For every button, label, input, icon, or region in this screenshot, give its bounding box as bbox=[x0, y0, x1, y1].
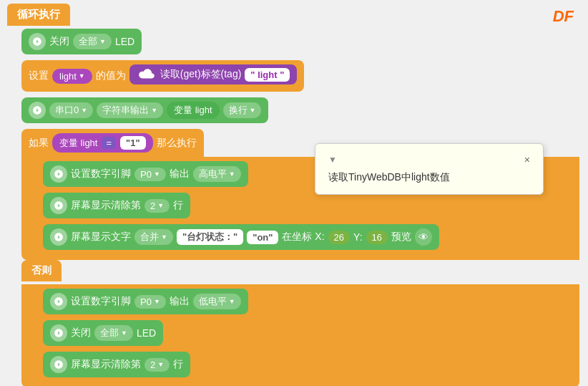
row-text-2: 行 bbox=[173, 358, 183, 371]
p0-dropdown-2[interactable]: P0 bbox=[134, 295, 166, 309]
lamp-state-string: "台灯状态：" bbox=[177, 229, 243, 245]
set-middle: 的值为 bbox=[96, 69, 126, 82]
inner2-icon bbox=[50, 197, 67, 214]
else1-icon bbox=[50, 293, 67, 310]
block1-icon bbox=[29, 33, 46, 50]
else2-icon bbox=[50, 324, 67, 342]
light-var-dropdown[interactable]: light bbox=[52, 69, 92, 84]
preview-text: 预览 bbox=[391, 231, 411, 243]
x-coord: 26 bbox=[328, 231, 350, 244]
block-close-led-2: 关闭 全部 LED bbox=[43, 320, 163, 346]
inner1-icon bbox=[50, 165, 67, 183]
row-text-1: 行 bbox=[173, 199, 183, 212]
screen-clear-text-2: 屏幕显示清除第 bbox=[71, 358, 141, 371]
loop-body: 关闭 全部 LED 设置 light 的值为 bbox=[7, 29, 579, 386]
tooltip-header: ▼ × bbox=[328, 154, 530, 165]
equals-sign: = bbox=[102, 137, 116, 149]
tooltip-box: ▼ × 读取TinyWebDB中light数值 bbox=[315, 143, 544, 195]
close-text: 关闭 bbox=[49, 35, 69, 48]
p0-dropdown-1[interactable]: P0 bbox=[134, 168, 166, 181]
main-container: DF 循环执行 关闭 全部 LED 设置 light bbox=[0, 0, 588, 386]
block-serial: 串口0 字符串输出 变量 light 换行 bbox=[21, 97, 268, 123]
at-coord-text: 在坐标 X: bbox=[282, 231, 324, 243]
y-label: Y: bbox=[353, 231, 362, 243]
if-text: 如果 bbox=[29, 137, 49, 150]
else-label: 否则 bbox=[21, 260, 62, 281]
else3-row: 屏幕显示清除第 2 行 bbox=[43, 352, 575, 380]
low-level-dropdown[interactable]: 低电平 bbox=[193, 294, 241, 309]
block-set-pin-high: 设置数字引脚 P0 输出 高电平 bbox=[43, 161, 248, 187]
all-dropdown-2[interactable]: 全部 bbox=[94, 325, 133, 341]
else-section: 否则 设置数字引脚 P0 输出 低电平 bbox=[21, 260, 579, 386]
inner2-row: 屏幕显示清除第 2 行 bbox=[43, 193, 575, 221]
inner3-icon bbox=[50, 228, 67, 246]
condition-pill: 变量 light = "1" bbox=[52, 133, 153, 153]
else1-row: 设置数字引脚 P0 输出 低电平 bbox=[43, 289, 575, 317]
tooltip-close-button[interactable]: × bbox=[524, 154, 530, 165]
set-prefix: 设置 bbox=[29, 69, 49, 82]
else2-row: 关闭 全部 LED bbox=[43, 320, 575, 349]
on-string: "on" bbox=[247, 231, 278, 244]
concat-dropdown[interactable]: 合并 bbox=[134, 229, 173, 245]
high-level-dropdown[interactable]: 高电平 bbox=[193, 166, 241, 182]
screen-clear-text-1: 屏幕显示清除第 bbox=[71, 199, 141, 212]
y-coord: 16 bbox=[366, 231, 388, 244]
output-text-1: 输出 bbox=[170, 168, 190, 180]
string-output-dropdown[interactable]: 字符串输出 bbox=[97, 102, 163, 118]
block-close-led: 关闭 全部 LED bbox=[21, 29, 142, 54]
led-text: LED bbox=[115, 36, 134, 47]
var-light-label: 变量 light bbox=[59, 137, 97, 150]
block3-row: 串口0 字符串输出 变量 light 换行 bbox=[21, 97, 579, 126]
block-set-value: 设置 light 的值为 读取(get)标签(tag) " light " bbox=[21, 60, 304, 92]
tooltip-arrow-icon: ▼ bbox=[328, 155, 337, 165]
block2-row: 设置 light 的值为 读取(get)标签(tag) " light " bbox=[21, 60, 579, 95]
light-string-val: " light " bbox=[245, 68, 290, 82]
inner3-row: 屏幕显示文字 合并 "台灯状态：" "on" 在坐标 X: 26 Y: 16 预… bbox=[43, 224, 575, 253]
block-screen-clear-1: 屏幕显示清除第 2 行 bbox=[43, 193, 190, 218]
then-text: 那么执行 bbox=[157, 137, 197, 150]
block3-icon bbox=[29, 102, 46, 119]
screen-display-text: 屏幕显示文字 bbox=[71, 231, 131, 243]
else-body: 设置数字引脚 P0 输出 低电平 bbox=[21, 284, 579, 386]
light-var-display: 变量 light bbox=[167, 102, 219, 119]
cloud-icon bbox=[137, 67, 157, 82]
block-set-pin-low: 设置数字引脚 P0 输出 低电平 bbox=[43, 289, 248, 314]
block1-row: 关闭 全部 LED bbox=[21, 29, 579, 57]
close-text-2: 关闭 bbox=[71, 327, 91, 339]
newline-dropdown[interactable]: 换行 bbox=[223, 102, 262, 118]
output-text-2: 输出 bbox=[170, 295, 190, 308]
block-screen-text: 屏幕显示文字 合并 "台灯状态：" "on" 在坐标 X: 26 Y: 16 预… bbox=[43, 224, 439, 250]
serial-port-dropdown[interactable]: 串口0 bbox=[49, 102, 93, 118]
row2-dropdown-2[interactable]: 2 bbox=[144, 358, 170, 372]
get-tag-text: 读取(get)标签(tag) bbox=[160, 68, 242, 81]
else3-icon bbox=[50, 356, 67, 373]
set-digital-pin-text-2: 设置数字引脚 bbox=[71, 295, 131, 308]
row2-dropdown-1[interactable]: 2 bbox=[144, 199, 170, 213]
value-1: "1" bbox=[120, 136, 146, 150]
block-screen-clear-2: 屏幕显示清除第 2 行 bbox=[43, 352, 190, 377]
preview-icon[interactable]: 👁 bbox=[415, 228, 432, 246]
blocks-wrapper: 循环执行 关闭 全部 LED 设置 light 的值为 bbox=[7, 4, 579, 386]
tooltip-text: 读取TinyWebDB中light数值 bbox=[328, 171, 530, 184]
led-text-2: LED bbox=[137, 327, 156, 339]
all-dropdown[interactable]: 全部 bbox=[73, 34, 112, 49]
set-digital-pin-text: 设置数字引脚 bbox=[71, 168, 131, 180]
loop-header: 循环执行 bbox=[7, 4, 70, 26]
if-header: 如果 变量 light = "1" 那么执行 bbox=[21, 129, 204, 157]
block-get-tag: 读取(get)标签(tag) " light " bbox=[129, 64, 298, 85]
